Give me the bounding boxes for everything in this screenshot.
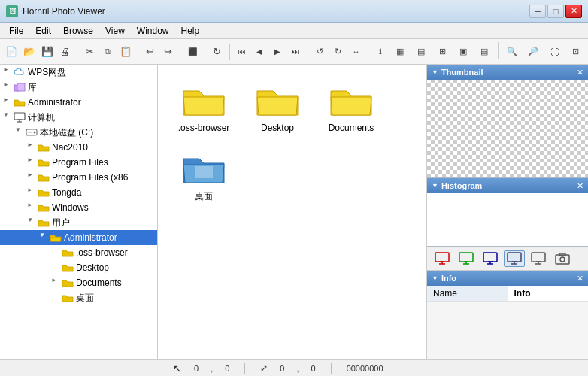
tb-zoom-in[interactable]: 🔍 — [502, 42, 522, 62]
monitor-btn-4[interactable] — [504, 250, 525, 267]
monitor-btn-3[interactable] — [480, 250, 501, 267]
info-header: ▼ Info ✕ — [427, 271, 588, 286]
tb-sep4 — [205, 44, 205, 60]
restore-button[interactable]: □ — [547, 5, 564, 18]
tree-arrow-users[interactable]: ▼ — [27, 217, 38, 229]
monitor-btn-2[interactable] — [456, 250, 477, 267]
minimize-button[interactable]: ─ — [529, 5, 546, 18]
tb-refresh[interactable]: ↻ — [209, 42, 226, 62]
tree-arrow-program-files-x86[interactable]: ► — [27, 171, 38, 183]
tree-item-program-files-x86[interactable]: ►Program Files (x86 — [0, 170, 157, 185]
tree-arrow-administrator[interactable]: ► — [3, 96, 14, 108]
file-label-Desktop: Desktop — [261, 123, 294, 133]
tree-arrow-tongda[interactable]: ► — [27, 186, 38, 199]
tb-rotate-cw[interactable]: ↻ — [330, 42, 347, 62]
tb-prev-prev[interactable]: ⏮ — [234, 42, 250, 62]
tree-item-zhuomian[interactable]: 桌面 — [0, 290, 157, 305]
tb-fit[interactable]: ⛶ — [544, 42, 564, 62]
tree-item-nac2010[interactable]: ►Nac2010 — [0, 140, 157, 155]
tb-view5[interactable]: ▤ — [474, 42, 494, 62]
menu-item-edit[interactable]: Edit — [29, 24, 57, 38]
tree-item-drive-c[interactable]: ▼本地磁盘 (C:) — [0, 125, 157, 140]
tree-item-windows[interactable]: ►Windows — [0, 200, 157, 215]
menu-item-view[interactable]: View — [99, 24, 131, 38]
tree-arrow-desktop[interactable] — [51, 262, 62, 274]
tb-view2[interactable]: ▤ — [411, 42, 431, 62]
tb-next-next[interactable]: ⏭ — [287, 42, 304, 62]
tb-next[interactable]: ▶ — [269, 42, 286, 62]
tree-item-oss-browser[interactable]: .oss-browser — [0, 245, 157, 260]
svg-rect-26 — [532, 253, 545, 262]
tree-item-administrator[interactable]: ►Administrator — [0, 95, 157, 110]
tb-view1[interactable]: ▦ — [390, 42, 410, 62]
tree-item-desktop[interactable]: Desktop — [0, 260, 157, 275]
thumbnail-close[interactable]: ✕ — [577, 68, 583, 77]
info-close[interactable]: ✕ — [577, 274, 583, 284]
tree-item-program-files[interactable]: ►Program Files — [0, 155, 157, 170]
tree-arrow-oss-browser[interactable] — [51, 247, 62, 259]
tree-item-lib[interactable]: ►库 — [0, 80, 157, 95]
tree-item-admin-user[interactable]: ▼Administrator — [0, 230, 157, 245]
file-folder-icon-桌面 — [181, 150, 226, 187]
tb-copy[interactable]: ⧉ — [99, 42, 116, 62]
menu-item-window[interactable]: Window — [131, 24, 175, 38]
tree-icon-documents — [62, 277, 74, 289]
tree-arrow-drive-c[interactable]: ▼ — [15, 126, 26, 138]
tree-item-tongda[interactable]: ►Tongda — [0, 185, 157, 200]
tree-label-desktop: Desktop — [76, 262, 109, 273]
tb-rotate-ccw[interactable]: ↺ — [312, 42, 329, 62]
center-status: ↖ 0 , 0 ⤢ 0 , 0 00000000 — [173, 362, 582, 374]
tree-item-wps[interactable]: ►WPS网盘 — [0, 65, 157, 80]
tree-arrow-nac2010[interactable]: ► — [27, 141, 38, 153]
tree-item-documents[interactable]: ►Documents — [0, 275, 157, 290]
tree-arrow-wps[interactable]: ► — [3, 66, 14, 78]
tb-actual-size[interactable]: ⊡ — [565, 42, 585, 62]
tb-open[interactable]: 📂 — [21, 42, 38, 62]
tb-redo[interactable]: ↪ — [160, 42, 177, 62]
tree-item-computer[interactable]: ▼计算机 — [0, 110, 157, 125]
file-view-panel[interactable]: .oss-browser Desktop Documents 桌面 — [158, 65, 426, 359]
tb-view3[interactable]: ⊞ — [432, 42, 452, 62]
tb-zoom-out[interactable]: 🔎 — [523, 42, 543, 62]
tb-save[interactable]: 💾 — [39, 42, 56, 62]
camera-btn[interactable] — [552, 250, 573, 267]
tb-view4[interactable]: ▣ — [453, 42, 473, 62]
menu-item-help[interactable]: Help — [175, 24, 206, 38]
close-button[interactable]: ✕ — [565, 5, 582, 18]
tb-browse[interactable]: ⬛ — [184, 42, 201, 62]
tree-arrow-lib[interactable]: ► — [3, 81, 14, 93]
info-table: Name Info — [427, 286, 588, 302]
svg-rect-9 — [195, 166, 213, 178]
file-item-桌面[interactable]: 桌面 — [170, 144, 238, 208]
tb-new[interactable]: 📄 — [3, 42, 20, 62]
tb-flip-h[interactable]: ↔ — [348, 42, 365, 62]
tree-icon-oss-browser — [62, 247, 74, 259]
tree-arrow-computer[interactable]: ▼ — [3, 111, 14, 123]
tb-prev[interactable]: ◀ — [251, 42, 268, 62]
tree-item-users[interactable]: ▼用户 — [0, 215, 157, 230]
menu-item-file[interactable]: File — [3, 24, 29, 38]
file-item-Desktop[interactable]: Desktop — [244, 77, 311, 138]
tb-paste[interactable]: 📋 — [117, 42, 134, 62]
tree-arrow-zhuomian[interactable] — [51, 292, 62, 304]
tb-print[interactable]: 🖨 — [57, 42, 74, 62]
tree-icon-nac2010 — [38, 141, 50, 153]
tree-arrow-windows[interactable]: ► — [27, 202, 38, 214]
histogram-close[interactable]: ✕ — [577, 181, 583, 191]
tb-cut[interactable]: ✂ — [81, 42, 98, 62]
app-title: Hornril Photo Viewer — [23, 6, 105, 17]
file-item-Documents[interactable]: Documents — [317, 77, 385, 138]
monitor-btn-5[interactable] — [528, 250, 549, 267]
tb-info[interactable]: ℹ — [372, 42, 389, 62]
file-item-.oss-browser[interactable]: .oss-browser — [170, 77, 238, 138]
tb-undo[interactable]: ↩ — [142, 42, 159, 62]
tree-icon-program-files-x86 — [38, 171, 50, 183]
tree-arrow-admin-user[interactable]: ▼ — [39, 232, 50, 244]
tree-arrow-program-files[interactable]: ► — [27, 156, 38, 168]
svg-rect-14 — [459, 253, 473, 262]
monitor-btn-1[interactable] — [432, 250, 453, 267]
thumbnail-header: ▼ Thumbnail ✕ — [427, 65, 588, 80]
tree-arrow-documents[interactable]: ► — [51, 277, 62, 289]
file-tree-panel[interactable]: ►WPS网盘►库►Administrator▼计算机▼本地磁盘 (C:)►Nac… — [0, 65, 158, 359]
menu-item-browse[interactable]: Browse — [57, 24, 99, 38]
